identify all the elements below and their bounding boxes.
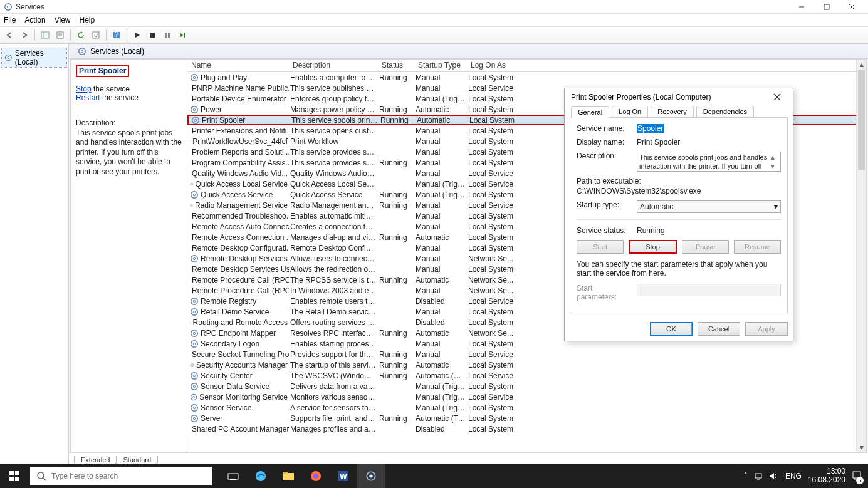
window-title: Services: [16, 3, 789, 11]
search-box[interactable]: Type here to search: [30, 467, 212, 485]
language-indicator[interactable]: ENG: [785, 472, 802, 480]
toolbar-separator: [106, 29, 107, 41]
tray-chevron-icon[interactable]: ˄: [744, 472, 748, 480]
help-button[interactable]: ?: [110, 28, 123, 42]
show-hide-tree-button[interactable]: [38, 28, 52, 42]
service-row[interactable]: Plug and PlayEnables a computer to rec..…: [187, 72, 866, 83]
value-description[interactable]: This service spools print jobs and handl…: [637, 152, 781, 172]
service-icon: [190, 297, 199, 306]
menu-file[interactable]: File: [4, 16, 16, 24]
service-icon: [191, 116, 200, 125]
service-row[interactable]: Security Accounts ManagerThe startup of …: [187, 360, 866, 370]
service-row[interactable]: Shared PC Account ManagerManages profile…: [187, 423, 866, 434]
menu-view[interactable]: View: [55, 16, 71, 24]
svg-rect-102: [283, 472, 288, 474]
service-row[interactable]: Secure Socket Tunneling Pro...Provides s…: [187, 349, 866, 360]
service-icon: [190, 371, 199, 380]
col-startup[interactable]: Startup Type: [414, 60, 467, 71]
startup-type-select[interactable]: Automatic ▾: [637, 200, 781, 213]
stop-icon-button[interactable]: [145, 28, 159, 42]
detail-pane: Print Spooler Stop the service Restart t…: [71, 60, 187, 452]
tree-item-label: Services (Local): [15, 49, 64, 66]
menu-action[interactable]: Action: [24, 16, 45, 24]
svg-rect-92: [9, 471, 14, 475]
tab-standard[interactable]: Standard: [116, 456, 158, 464]
service-row[interactable]: Security CenterThe WSCSVC (Windows Se...…: [187, 370, 866, 381]
pause-button[interactable]: Pause: [682, 240, 729, 254]
service-row[interactable]: ServerSupports file, print, and na...Run…: [187, 413, 866, 423]
tab-logon[interactable]: Log On: [612, 106, 648, 117]
menu-help[interactable]: Help: [80, 16, 95, 24]
svg-rect-95: [15, 477, 19, 481]
svg-rect-14: [150, 33, 155, 38]
ok-button[interactable]: OK: [650, 322, 693, 336]
refresh-button[interactable]: [74, 28, 88, 42]
col-description[interactable]: Description: [289, 60, 378, 71]
cancel-button[interactable]: Cancel: [698, 322, 740, 336]
services-icon: [78, 47, 86, 56]
pause-icon-button[interactable]: [160, 28, 174, 42]
col-status[interactable]: Status: [378, 60, 414, 71]
apply-button[interactable]: Apply: [745, 322, 788, 336]
tab-extended[interactable]: Extended: [74, 456, 117, 464]
task-icons: W: [219, 464, 385, 488]
close-button[interactable]: [839, 0, 864, 14]
start-button[interactable]: [0, 464, 29, 488]
dialog-tabs: General Log On Recovery Dependencies: [565, 106, 793, 117]
explorer-app[interactable]: [275, 464, 302, 488]
service-icon: [190, 180, 194, 189]
toolbar-separator: [34, 29, 35, 41]
col-name[interactable]: Name: [187, 60, 289, 71]
dialog-close-button[interactable]: [768, 90, 787, 105]
edge-app[interactable]: [247, 464, 275, 488]
list-header: Name Description Status Startup Type Log…: [187, 60, 866, 72]
svg-point-23: [193, 76, 196, 79]
start-button[interactable]: Start: [577, 240, 624, 254]
dialog-title: Print Spooler Properties (Local Computer…: [571, 93, 711, 101]
export-list-button[interactable]: [89, 28, 103, 42]
restart-icon-button[interactable]: [175, 28, 189, 42]
maximize-button[interactable]: [814, 0, 839, 14]
value-display-name: Print Spooler: [637, 138, 781, 147]
network-icon[interactable]: [754, 472, 763, 480]
dialog-body: Service name: Spooler Display name: Prin…: [570, 117, 788, 313]
content-header: Services (Local): [69, 44, 868, 59]
service-row[interactable]: Sensor Data ServiceDelivers data from a …: [187, 381, 866, 392]
task-view-button[interactable]: [219, 464, 247, 488]
back-button[interactable]: [3, 28, 16, 42]
svg-rect-16: [168, 33, 170, 38]
forward-button[interactable]: [18, 28, 31, 42]
service-row[interactable]: Sensor ServiceA service for sensors that…: [187, 402, 866, 413]
play-button[interactable]: [130, 28, 144, 42]
label-display-name: Display name:: [577, 138, 632, 147]
label-description: Description:: [577, 152, 632, 160]
col-logon[interactable]: Log On As: [467, 60, 530, 71]
clock[interactable]: 13:00 16.08.2020: [808, 467, 845, 485]
scroll-thumb[interactable]: [858, 70, 865, 170]
tab-general[interactable]: General: [571, 106, 609, 118]
vertical-scrollbar[interactable]: ▴ ▾: [856, 60, 866, 452]
svg-line-97: [43, 478, 46, 480]
tab-recovery[interactable]: Recovery: [651, 106, 693, 117]
volume-icon[interactable]: [769, 472, 779, 480]
resume-button[interactable]: Resume: [734, 240, 781, 254]
desc-scroll[interactable]: ▴▾: [771, 153, 780, 170]
tab-dependencies[interactable]: Dependencies: [696, 106, 754, 117]
stop-button[interactable]: Stop: [629, 240, 677, 254]
notifications-button[interactable]: 5: [852, 470, 862, 482]
minimize-button[interactable]: [789, 0, 814, 14]
scroll-down-button[interactable]: ▾: [857, 442, 866, 452]
word-app[interactable]: W: [330, 464, 357, 488]
svg-point-73: [193, 343, 196, 345]
tree-item-services-local[interactable]: Services (Local): [1, 48, 67, 68]
restart-link[interactable]: Restart: [76, 93, 100, 102]
label-path: Path to executable:: [577, 177, 641, 185]
service-row[interactable]: Sensor Monitoring ServiceMonitors variou…: [187, 392, 866, 402]
firefox-app[interactable]: [302, 464, 330, 488]
services-app-active[interactable]: [357, 464, 385, 488]
stop-link[interactable]: Stop: [76, 85, 92, 93]
scroll-up-button[interactable]: ▴: [857, 60, 866, 70]
service-icon: [190, 403, 199, 412]
svg-point-87: [193, 417, 196, 420]
properties-button[interactable]: [53, 28, 67, 42]
